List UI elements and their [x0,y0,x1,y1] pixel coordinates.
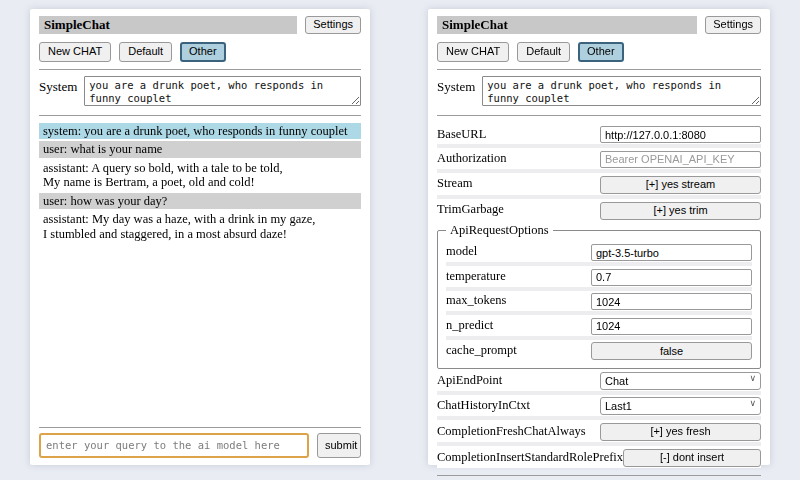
apiendpoint-select[interactable]: Chat [600,372,761,390]
trimgarbage-toggle-button[interactable]: [+] yes trim [600,202,761,220]
chat-message-assistant: assistant: A query so bold, with a tale … [39,160,361,191]
n-predict-input[interactable] [591,318,752,335]
system-label: System [437,76,475,106]
authorization-input[interactable] [600,151,761,168]
header-divider [437,69,761,70]
cache-prompt-toggle-button[interactable]: false [591,342,752,360]
query-input[interactable] [39,433,309,458]
setting-row-trimgarbage: TrimGarbage [+] yes trim [437,199,761,221]
app-title: SimpleChat [437,16,697,34]
completionfreshchatalways-label: CompletionFreshChatAlways [437,424,600,439]
system-prompt-input[interactable]: you are a drunk poet, who responds in fu… [84,76,361,106]
system-prompt-row: System you are a drunk poet, who respond… [39,76,361,106]
chat-message-user: user: what is your name [39,141,361,158]
settings-grid: BaseURL Authorization Stream [+] yes str… [437,124,761,221]
query-row: submit [39,433,361,458]
setting-row-authorization: Authorization [437,148,761,169]
titlebar-row: SimpleChat Settings [437,16,761,34]
system-label: System [39,76,77,106]
chathistoryinctxt-select[interactable]: Last1 [600,397,761,415]
chat-message-assistant: assistant: My day was a haze, with a dri… [39,211,361,242]
tab-other[interactable]: Other [180,42,226,62]
baseurl-label: BaseURL [437,127,600,142]
api-request-options-grid: model temperature max_tokens n_predict [446,242,752,362]
completioninsertstandardroleprefix-toggle-button[interactable]: [-] dont insert [623,449,761,467]
setting-row-apiendpoint: ApiEndPoint Chat ∨ [437,370,761,391]
model-input[interactable] [591,244,752,261]
tab-default[interactable]: Default [119,42,172,62]
chat-session-tabs: New CHAT Default Other [437,42,761,62]
settings-grid-lower: ApiEndPoint Chat ∨ ChatHistoryInCtxt Las… [437,370,761,468]
footer-divider [39,427,361,428]
completioninsertstandardroleprefix-label: CompletionInsertStandardRolePrefix [437,450,623,465]
setting-row-cache-prompt: cache_prompt false [446,340,752,362]
apiendpoint-label: ApiEndPoint [437,373,600,388]
footer-divider [437,475,761,476]
baseurl-input[interactable] [600,126,761,143]
system-divider [437,115,761,116]
setting-row-stream: Stream [+] yes stream [437,173,761,195]
settings-panel: SimpleChat Settings New CHAT Default Oth… [428,9,770,465]
chat-log: system: you are a drunk poet, who respon… [39,123,361,245]
setting-row-chathistoryinctxt: ChatHistoryInCtxt Last1 ∨ [437,395,761,416]
new-chat-button[interactable]: New CHAT [39,42,111,62]
settings-button[interactable]: Settings [305,16,361,34]
stream-toggle-button[interactable]: [+] yes stream [600,176,761,194]
titlebar-row: SimpleChat Settings [39,16,361,34]
max-tokens-input[interactable] [591,293,752,310]
submit-button[interactable]: submit [317,433,361,458]
trimgarbage-label: TrimGarbage [437,202,600,217]
tab-other[interactable]: Other [578,42,624,62]
system-divider [39,115,361,116]
temperature-label: temperature [446,269,591,284]
temperature-input[interactable] [591,269,752,286]
new-chat-button[interactable]: New CHAT [437,42,509,62]
app-title: SimpleChat [39,16,297,34]
stream-label: Stream [437,176,600,191]
chat-panel: SimpleChat Settings New CHAT Default Oth… [30,9,370,465]
two-panel-layout: SimpleChat Settings New CHAT Default Oth… [0,0,800,480]
chathistoryinctxt-label: ChatHistoryInCtxt [437,398,600,413]
authorization-label: Authorization [437,151,600,166]
system-prompt-row: System you are a drunk poet, who respond… [437,76,761,106]
query-footer: submit [39,420,361,458]
setting-row-max-tokens: max_tokens [446,291,752,312]
completionfreshchatalways-toggle-button[interactable]: [+] yes fresh [600,423,761,441]
chat-message-system: system: you are a drunk poet, who respon… [39,123,361,140]
n-predict-label: n_predict [446,318,591,333]
settings-button[interactable]: Settings [705,16,761,34]
chat-session-tabs: New CHAT Default Other [39,42,361,62]
model-label: model [446,244,591,259]
query-footer: submit [437,468,761,480]
setting-row-n-predict: n_predict [446,315,752,336]
api-request-options-legend: ApiRequestOptions [446,223,553,238]
setting-row-completioninsertstandardroleprefix: CompletionInsertStandardRolePrefix [-] d… [437,446,761,468]
setting-row-baseurl: BaseURL [437,124,761,145]
api-request-options-fieldset: ApiRequestOptions model temperature max_… [437,223,761,370]
cache-prompt-label: cache_prompt [446,343,591,358]
header-divider [39,69,361,70]
chat-message-user: user: how was your day? [39,193,361,210]
tab-default[interactable]: Default [517,42,570,62]
setting-row-model: model [446,242,752,263]
system-prompt-input[interactable]: you are a drunk poet, who responds in fu… [482,76,761,106]
setting-row-temperature: temperature [446,266,752,287]
settings-area: BaseURL Authorization Stream [+] yes str… [437,124,761,468]
setting-row-completionfreshchatalways: CompletionFreshChatAlways [+] yes fresh [437,420,761,442]
max-tokens-label: max_tokens [446,293,591,308]
